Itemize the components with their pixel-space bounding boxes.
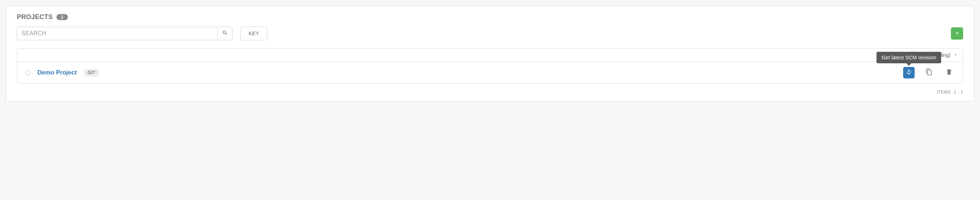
card-header: PROJECTS 1 [17,13,963,21]
sort-select[interactable]: ending) [934,52,958,58]
items-label: ITEMS [937,90,951,94]
list-footer: ITEMS 1 - 1 [17,84,963,94]
refresh-icon [906,69,912,77]
list-header: ending) [17,48,963,62]
search-group [17,27,232,40]
plus-icon [955,30,960,37]
projects-card: PROJECTS 1 KEY ending) [6,6,974,101]
row-actions: Get latest SCM revision [903,67,955,78]
search-input[interactable] [17,27,217,40]
projects-list: ending) Demo Project GIT Get latest SCM … [17,48,963,84]
delete-project-button[interactable] [943,67,955,78]
key-button[interactable]: KEY [240,27,267,40]
page-title: PROJECTS [17,13,53,21]
chevron-down-icon [953,52,958,58]
table-row: Demo Project GIT Get latest SCM revision [17,62,963,83]
trash-icon [945,68,953,77]
items-range: 1 - 1 [954,90,963,94]
scm-badge: GIT [84,69,99,76]
add-project-button[interactable] [951,27,963,40]
refresh-scm-button[interactable]: Get latest SCM revision [903,67,915,78]
project-name-link[interactable]: Demo Project [37,69,77,76]
toolbar: KEY [17,27,963,40]
copy-icon [925,68,932,77]
copy-project-button[interactable] [923,67,935,78]
status-indicator [25,70,30,75]
search-button[interactable] [217,27,232,40]
sort-label: ending) [934,52,951,58]
search-icon [222,30,228,37]
count-badge: 1 [56,14,68,20]
